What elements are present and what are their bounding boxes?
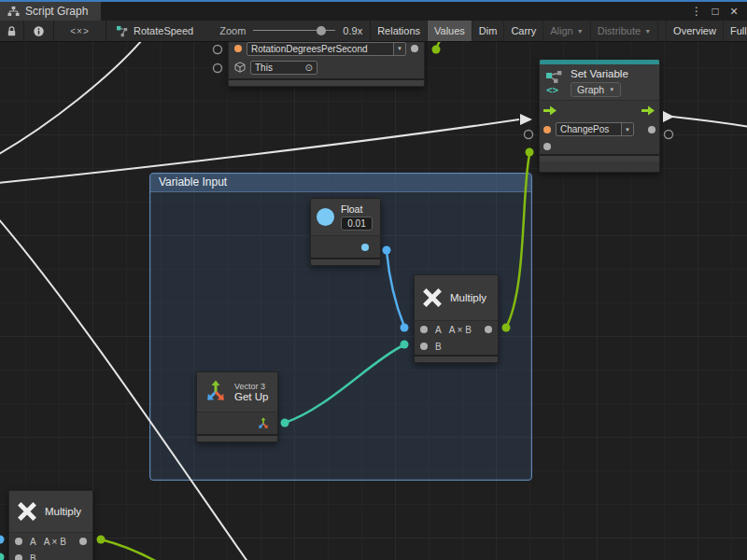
port-variable-name-input[interactable] [543, 126, 551, 133]
tab-strip: Script Graph ⋮ □ × [0, 2, 747, 21]
variable-name-dropdown[interactable]: RotationDegreesPerSecond ▼ [247, 42, 406, 56]
chevron-down-icon: ▼ [609, 87, 614, 92]
port-result-output[interactable] [79, 538, 87, 545]
port-unconnected[interactable] [665, 131, 673, 139]
dim-button[interactable]: Dim [472, 21, 505, 41]
wire-endpoint [0, 553, 5, 560]
close-icon[interactable]: × [726, 4, 741, 19]
wire-flow-from-set-variable [672, 117, 747, 127]
maximize-icon[interactable]: □ [708, 5, 723, 18]
vector3-icon [204, 380, 228, 404]
port-a-input[interactable] [420, 326, 428, 333]
port-vector3-output[interactable] [257, 417, 270, 430]
chevron-down-icon[interactable]: ▼ [393, 43, 405, 55]
script-graph-window: Script Graph ⋮ □ × <×> [0, 0, 747, 560]
node-title: Multiply [45, 506, 81, 517]
values-button[interactable]: Values [428, 21, 472, 41]
node-title: Get Up [234, 391, 268, 402]
window-menu-icon[interactable]: ⋮ [689, 5, 704, 18]
inspector-button[interactable] [24, 21, 54, 41]
zoom-slider-knob[interactable] [317, 26, 326, 35]
port-flow-output[interactable] [641, 105, 655, 117]
node-title: Float [341, 203, 373, 215]
port-float-output[interactable] [361, 244, 369, 251]
breadcrumb[interactable]: RotateSpeed [106, 25, 203, 37]
lock-button[interactable] [0, 21, 24, 41]
variable-name: ChangePos [557, 123, 621, 135]
port-unconnected[interactable] [525, 131, 533, 139]
port-a-input[interactable] [15, 538, 22, 545]
zoom-label: Zoom [219, 25, 246, 36]
game-object-icon [234, 62, 246, 73]
origin-icon: <×> [70, 26, 90, 36]
overview-button[interactable]: Overview [666, 21, 724, 41]
port-result-label: A × B [44, 537, 66, 547]
script-graph-icon [7, 6, 20, 17]
object-picker-icon[interactable]: ⊙ [305, 63, 313, 73]
zoom-slider[interactable] [253, 25, 335, 36]
distribute-button[interactable]: Distribute▼ [591, 21, 658, 41]
float-type-icon [317, 208, 334, 226]
tab-title: Script Graph [25, 5, 88, 18]
node-footer [311, 258, 380, 265]
node-footer [415, 355, 498, 362]
svg-text:<>: <> [546, 84, 559, 95]
fullscreen-button[interactable]: Full Screen [724, 21, 747, 41]
target-object-field[interactable]: This ⊙ [250, 61, 317, 75]
align-button[interactable]: Align▼ [543, 21, 590, 41]
port-new-value-input[interactable] [543, 143, 551, 150]
wire-endpoint [97, 536, 106, 544]
graph-toolbar: <×> RotateSpeed Zoom 0.9x Relations Valu… [0, 21, 747, 42]
node-float-literal[interactable]: Float 0.01 [310, 198, 381, 266]
port-a-label: A [30, 537, 36, 547]
variable-scope-dropdown[interactable]: Graph ▼ [571, 82, 621, 97]
node-multiply[interactable]: Multiply A A × B B [414, 274, 499, 363]
wire-flow-incoming-top-left [0, 42, 142, 155]
tab-script-graph[interactable]: Script Graph [0, 2, 101, 21]
wire-endpoint [432, 46, 441, 54]
port-b-input[interactable] [15, 554, 22, 560]
toolbar-buttons: Relations Values Dim Carry Align▼ Distri… [370, 21, 747, 41]
relations-button[interactable]: Relations [371, 21, 428, 41]
wire-rotation-variable-output [436, 42, 444, 49]
window-controls: ⋮ □ × [689, 2, 747, 21]
port-value-output[interactable] [648, 126, 655, 133]
node-title: Multiply [450, 292, 486, 303]
port-variable-name-input[interactable] [234, 45, 242, 52]
variable-scope: Graph [577, 84, 604, 95]
node-get-variable[interactable]: RotationDegreesPerSecond ▼ This ⊙ [228, 42, 425, 87]
wire-endpoint [0, 536, 5, 544]
node-footer [540, 154, 659, 161]
chevron-down-icon: ▼ [644, 28, 651, 35]
node-multiply-2[interactable]: Multiply A A × B B [8, 490, 93, 560]
port-unconnected[interactable] [214, 46, 222, 54]
chevron-down-icon[interactable]: ▼ [621, 123, 633, 135]
node-footer [229, 78, 424, 86]
node-footer [197, 434, 277, 441]
port-unconnected[interactable] [214, 64, 222, 73]
port-flow-input[interactable] [543, 105, 557, 117]
set-variable-icon: <> [545, 70, 564, 95]
target-object-label: This [255, 63, 273, 73]
node-title: Set Variable [571, 68, 628, 79]
multiply-icon [421, 287, 444, 309]
graph-asset-icon [116, 25, 129, 37]
node-vector3-get-up[interactable]: Vector 3 Get Up [196, 371, 278, 442]
node-set-variable[interactable]: <> Set Variable Graph ▼ [539, 59, 660, 173]
port-result-output[interactable] [485, 326, 492, 333]
port-b-input[interactable] [420, 343, 428, 350]
graph-name: RotateSpeed [134, 25, 193, 36]
variable-name-dropdown[interactable]: ChangePos ▼ [556, 122, 634, 136]
wire-arrowhead [663, 111, 674, 122]
port-result-label: A × B [449, 325, 472, 335]
float-value-input[interactable]: 0.01 [341, 217, 373, 231]
wire-endpoint [526, 148, 534, 157]
carry-button[interactable]: Carry [504, 21, 543, 41]
group-header[interactable]: Variable Input [150, 174, 531, 192]
port-variable-value-output[interactable] [411, 45, 418, 52]
wire-arrowhead [520, 114, 532, 125]
graph-canvas[interactable]: Variable Input RotationDegreesPerSecond … [0, 42, 747, 560]
port-b-label: B [435, 342, 442, 352]
wire-multiply2-output [101, 539, 159, 560]
origin-button[interactable]: <×> [54, 21, 106, 41]
